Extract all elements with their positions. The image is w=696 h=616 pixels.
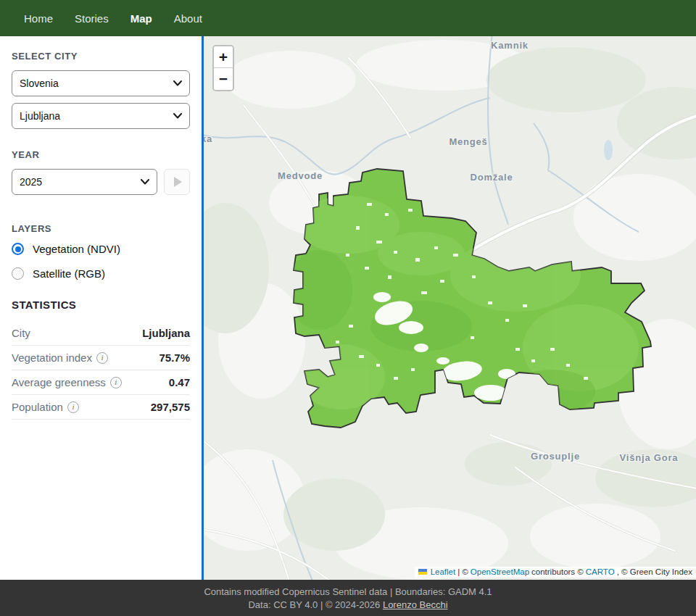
stat-value: 297,575 [151, 401, 190, 413]
footer-line2: Data: CC BY 4.0 | © 2024-2026 Lorenzo Be… [248, 599, 447, 610]
stat-value: 75.7% [159, 351, 190, 364]
carto-link[interactable]: CARTO [586, 567, 615, 576]
stat-label: City [12, 327, 30, 339]
map-label-partial: ka [204, 133, 212, 144]
map-attribution: Leaflet | © OpenStreetMap contributors ©… [415, 567, 696, 578]
country-select[interactable]: Slovenia [12, 70, 190, 96]
map-zoom-control: + − [212, 45, 234, 91]
radio-unchecked-icon[interactable] [12, 267, 24, 280]
statistics-table: City Ljubljana Vegetation indexi 75.7% A… [12, 321, 190, 420]
zoom-out-button[interactable]: − [214, 68, 233, 90]
city-select-wrap: Ljubljana [12, 103, 190, 129]
stat-value: 0.47 [169, 376, 190, 388]
map-label-visnja-gora: Višnja Gora [620, 452, 679, 463]
zoom-in-button[interactable]: + [214, 46, 233, 68]
stat-label: Population [12, 401, 63, 413]
year-select[interactable]: 2025 [12, 169, 157, 195]
attribution-text: , © Green City Index [617, 567, 692, 576]
country-select-wrap: Slovenia [12, 70, 190, 96]
author-link[interactable]: Lorenzo Becchi [383, 599, 448, 610]
footer-line1: Contains modified Copernicus Sentinel da… [204, 586, 492, 597]
layers-heading: LAYERS [12, 223, 190, 234]
info-icon[interactable]: i [96, 352, 108, 364]
year-select-wrap: 2025 [12, 169, 157, 195]
map-label-medvode: Medvode [278, 170, 323, 181]
basemap [204, 36, 696, 580]
layer-label: Vegetation (NDVI) [33, 243, 120, 255]
top-navbar: Home Stories Map About [0, 0, 696, 36]
stat-row-average-greenness: Average greennessi 0.47 [12, 370, 190, 395]
page-footer: Contains modified Copernicus Sentinel da… [0, 580, 696, 616]
footer-line2-text: Data: CC BY 4.0 | © 2024-2026 [248, 599, 382, 610]
stat-row-vegetation-index: Vegetation indexi 75.7% [12, 346, 190, 370]
stat-row-city: City Ljubljana [12, 321, 190, 346]
layer-option-satellite[interactable]: Satellite (RGB) [12, 267, 190, 280]
statistics-heading: STATISTICS [12, 299, 190, 311]
info-icon[interactable]: i [67, 401, 79, 413]
map-label-domzale: Domžale [470, 172, 513, 183]
stat-value: Ljubljana [142, 327, 190, 339]
info-icon[interactable]: i [110, 377, 122, 388]
layer-option-vegetation[interactable]: Vegetation (NDVI) [12, 243, 190, 255]
layer-label: Satellite (RGB) [33, 267, 105, 280]
stat-label: Vegetation index [12, 351, 92, 364]
map-label-kamnik: Kamnik [491, 40, 529, 51]
radio-checked-icon[interactable] [12, 243, 24, 255]
city-select[interactable]: Ljubljana [12, 103, 190, 129]
year-heading: YEAR [12, 149, 190, 160]
nav-home[interactable]: Home [24, 12, 53, 25]
leaflet-link[interactable]: Leaflet [431, 567, 456, 576]
nav-stories[interactable]: Stories [75, 12, 109, 25]
map[interactable]: Kamnik Mengeš Domžale Medvode ka Grosupl… [204, 36, 696, 580]
ukraine-flag-icon [418, 569, 427, 575]
attribution-text: contributors © [531, 567, 584, 576]
attribution-text: | © [457, 567, 468, 576]
select-city-heading: SELECT CITY [12, 51, 190, 62]
control-sidebar: SELECT CITY Slovenia Ljubljana YEAR 2025 [0, 36, 204, 580]
stat-label: Average greenness [12, 376, 106, 388]
map-label-menges: Mengeš [449, 136, 487, 147]
play-icon [174, 177, 182, 187]
openstreetmap-link[interactable]: OpenStreetMap [471, 567, 529, 576]
nav-about[interactable]: About [174, 12, 202, 25]
nav-map[interactable]: Map [130, 12, 152, 25]
stat-row-population: Populationi 297,575 [12, 395, 190, 420]
map-label-grosuplje: Grosuplje [531, 451, 580, 462]
play-years-button[interactable] [164, 169, 190, 195]
